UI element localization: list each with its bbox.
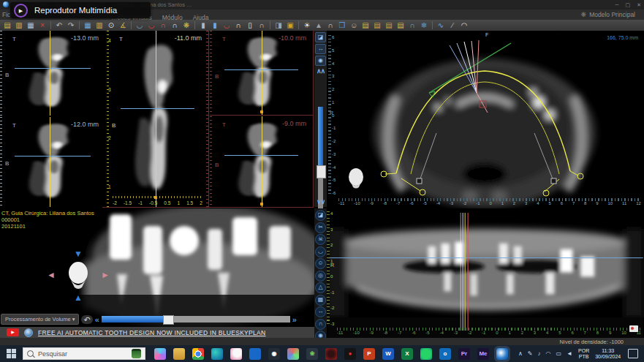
arch-view-icon[interactable]: ◡	[315, 246, 326, 257]
measure-tools-icon[interactable]: ∡	[117, 20, 129, 30]
zoom-tool-icon[interactable]: ⊙	[105, 20, 117, 30]
head-model-icon[interactable]: ☺	[348, 20, 360, 30]
wifi-icon[interactable]: ◠	[546, 350, 551, 357]
scroll-up-chevron[interactable]: ∧∧	[316, 67, 325, 75]
folder-stl-icon[interactable]: ▤	[383, 20, 395, 30]
ruler-tool-icon[interactable]: ∕	[447, 20, 458, 30]
abutment-icon[interactable]: ▯	[244, 20, 256, 30]
slice-scrollbar-handle[interactable]	[317, 165, 326, 178]
contrast-split-icon[interactable]: ◪	[315, 32, 326, 42]
contrast-split-icon[interactable]: ◪	[315, 210, 326, 221]
depth-indicator-line[interactable]	[224, 155, 299, 156]
volume-render-view[interactable]: CT, Guia Cirúrgica: Liliana dos Santos 0…	[0, 208, 314, 327]
edit-tooth-icon[interactable]: ∩	[169, 20, 181, 30]
implant-gray-icon[interactable]: ▮	[197, 20, 209, 30]
microphone-icon[interactable]: ♪	[538, 350, 541, 357]
import-project-icon[interactable]: ▤	[1, 20, 13, 30]
outlook-icon[interactable]: o	[439, 348, 451, 360]
volume-rendering-dropdown[interactable]: Processamento de Volume ▾	[1, 314, 79, 325]
slices-layout-icon[interactable]: ▦	[82, 20, 94, 30]
rotate-right-arrow[interactable]: ►	[101, 271, 110, 279]
smoothing-icon[interactable]: ▲	[313, 20, 325, 30]
slice-width-icon[interactable]: ↔	[315, 44, 326, 54]
curve-tool-icon[interactable]: ∿	[435, 20, 447, 30]
edge-icon[interactable]	[211, 348, 223, 360]
taskbar-clock[interactable]: 11:33 30/09/2024	[595, 348, 621, 360]
brightness-icon[interactable]: ☀	[301, 20, 313, 30]
rotate-down-arrow[interactable]: ▼	[74, 249, 83, 258]
nerve-icon[interactable]: ❄	[418, 20, 430, 30]
cross-section-panel-3[interactable]: T B -10.0 mm	[210, 31, 313, 115]
cross-section-panel-5[interactable]: T B -9.0 mm	[210, 116, 313, 207]
depth-indicator-line[interactable]	[224, 69, 299, 70]
add-tooth-icon[interactable]: ∩	[157, 20, 169, 30]
save-project-icon[interactable]: ▦	[25, 20, 37, 30]
battery-icon[interactable]: ▭	[556, 350, 562, 357]
scroll-down-chevron[interactable]: ∨∨	[316, 198, 325, 205]
hidden-icons-chevron[interactable]: ∧	[518, 350, 523, 357]
orientation-widget[interactable]: ▼ ▲ ◄ ►	[41, 251, 114, 317]
maximize-icon[interactable]: ▢	[626, 0, 631, 10]
snapshot-icon[interactable]	[629, 325, 638, 332]
slice-indicator-line[interactable]	[50, 117, 50, 207]
whatsapp-icon[interactable]	[420, 348, 432, 360]
close-icon[interactable]: ✕	[637, 0, 641, 10]
copilot-icon[interactable]	[154, 348, 166, 360]
rotate-left-arrow[interactable]: ◄	[47, 271, 56, 279]
tooth-extract-icon[interactable]: ∩	[325, 20, 336, 30]
folder-view-icon[interactable]: ▤	[395, 20, 406, 30]
chrome-icon[interactable]	[192, 348, 204, 360]
implant-blue-icon[interactable]: ▮	[209, 20, 221, 30]
skull-view-icon[interactable]: ☠	[315, 234, 326, 245]
model-selector[interactable]: ❋ Modelo Principal	[581, 10, 635, 19]
slice-visibility-icon[interactable]: ◉	[315, 56, 326, 66]
close-project-icon[interactable]: ×	[37, 20, 48, 30]
panoramic-view[interactable]: R 43210-1-2-3 -11-10-9-8-7-6-5-4-3-2-101…	[327, 208, 644, 338]
pano-curve-icon[interactable]: ◎	[315, 271, 326, 282]
cross-section-panel-2[interactable]: 4321 -2-1.5-1-0.50.511.52 T B -11.0 mm	[107, 31, 208, 207]
play-icon[interactable]: ▶	[14, 4, 28, 18]
redo-icon[interactable]: ↷	[65, 20, 77, 30]
cone-view-icon[interactable]: △	[315, 282, 326, 293]
undo-icon[interactable]: ↶	[53, 20, 65, 30]
tooth-small-icon[interactable]: ∩	[256, 20, 268, 30]
slice-indicator-line[interactable]	[156, 31, 156, 207]
premiere-icon[interactable]: Pr	[458, 348, 470, 360]
camera-icon[interactable]: ◉	[268, 348, 280, 360]
dental-arch-icon[interactable]: ◡	[134, 20, 145, 30]
rotate-up-arrow[interactable]: ▲	[74, 293, 83, 302]
media-encoder-icon[interactable]: Me	[477, 348, 489, 360]
globe-icon[interactable]	[24, 328, 33, 337]
word-icon[interactable]: W	[382, 348, 394, 360]
slider-handle[interactable]	[163, 315, 174, 325]
media-player-overlay[interactable]: ▶ Reprodutor Multimídia	[10, 2, 151, 18]
tooth-design-icon[interactable]: ∩	[406, 20, 418, 30]
photos-icon[interactable]	[249, 348, 261, 360]
plant-app-icon[interactable]: ❀	[306, 348, 318, 360]
volume-threshold-slider[interactable]	[102, 316, 290, 323]
opera-icon[interactable]	[325, 348, 337, 360]
slider-prev-chevron[interactable]: «	[95, 315, 99, 324]
recorder-icon[interactable]: ●	[344, 348, 356, 360]
folder-scan-icon[interactable]: ▤	[360, 20, 371, 30]
protractor-tool-icon[interactable]: ◠	[458, 20, 470, 30]
cut-tool-icon[interactable]: ✂	[315, 222, 326, 233]
start-button[interactable]	[7, 349, 17, 359]
curve-position-marker[interactable]	[260, 110, 263, 113]
settings-list-icon[interactable]: ❋	[181, 20, 192, 30]
cross-section-panel-4[interactable]: T B -12.0 mm	[0, 117, 105, 207]
slice-indicator-line[interactable]	[262, 31, 262, 115]
store-icon[interactable]	[287, 348, 299, 360]
folder-export-icon[interactable]: ▤	[371, 20, 383, 30]
powerpoint-icon[interactable]: P	[363, 348, 375, 360]
archive-icon[interactable]: ▥	[94, 20, 105, 30]
paint-icon[interactable]	[230, 348, 242, 360]
youtube-icon[interactable]: ▶	[7, 328, 19, 336]
axial-view[interactable]: F R 166, 75.0 mm 6543210-1-2-3-4-5-6 -11…	[327, 31, 644, 208]
depth-indicator-line[interactable]	[121, 108, 194, 109]
blueskyplan-icon[interactable]	[496, 348, 508, 360]
slice-indicator-line[interactable]	[262, 116, 262, 207]
width-tool-icon[interactable]: ↔	[315, 306, 326, 317]
pen-tray-icon[interactable]: ✎	[528, 350, 533, 357]
open-project-icon[interactable]: ▥	[13, 20, 25, 30]
